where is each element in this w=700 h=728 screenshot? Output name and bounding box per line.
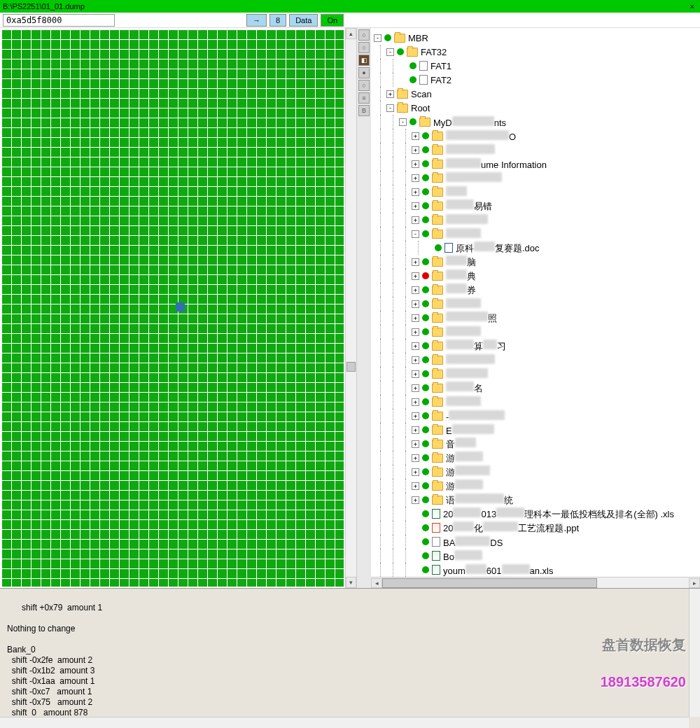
tree-node[interactable]: +-: [374, 409, 700, 423]
scroll-thumb[interactable]: [346, 362, 356, 372]
collapse-icon[interactable]: -: [374, 34, 382, 42]
side-icon-4[interactable]: ○: [358, 80, 370, 91]
expand-icon[interactable]: +: [412, 216, 419, 224]
tree-node[interactable]: 原科复赛题.doc: [374, 241, 700, 255]
tree-node[interactable]: +: [374, 297, 700, 311]
expand-icon[interactable]: +: [412, 468, 419, 476]
expand-icon[interactable]: +: [412, 174, 419, 182]
tree-node[interactable]: +: [374, 367, 700, 381]
expand-icon[interactable]: +: [412, 132, 419, 140]
scroll-up-icon[interactable]: ▴: [346, 28, 356, 39]
expand-icon[interactable]: +: [412, 412, 419, 420]
side-icon-0[interactable]: ○: [358, 29, 370, 41]
expand-icon[interactable]: +: [412, 202, 419, 210]
tree-node[interactable]: +游: [374, 465, 700, 479]
grid-vscrollbar[interactable]: ▴ ▾: [345, 28, 356, 588]
side-icon-2[interactable]: ◧: [358, 55, 370, 66]
tree-node[interactable]: +O: [374, 129, 700, 143]
tree-node[interactable]: +典: [374, 269, 700, 283]
expand-icon[interactable]: +: [412, 454, 419, 462]
expand-icon[interactable]: +: [412, 384, 419, 392]
expand-icon[interactable]: +: [412, 188, 419, 196]
tree-node[interactable]: +E: [374, 423, 700, 437]
expand-icon[interactable]: +: [412, 314, 419, 322]
collapse-icon[interactable]: -: [386, 104, 394, 112]
tree-hscrollbar[interactable]: ◂ ▸: [371, 577, 700, 588]
expand-icon[interactable]: +: [412, 482, 419, 490]
width-button[interactable]: 8: [270, 14, 286, 27]
block-grid[interactable]: [1, 29, 344, 587]
collapse-icon[interactable]: -: [399, 118, 407, 126]
tree-node[interactable]: Bo: [374, 549, 700, 563]
expand-icon[interactable]: +: [412, 272, 419, 280]
tree-node[interactable]: -: [374, 227, 700, 241]
tree-node[interactable]: +脑: [374, 255, 700, 269]
tree-node[interactable]: +游: [374, 451, 700, 465]
side-icon-1[interactable]: ○: [358, 42, 370, 53]
tree-node[interactable]: youm601an.xls: [374, 563, 700, 577]
expand-icon[interactable]: +: [412, 440, 419, 448]
expand-icon[interactable]: +: [412, 160, 419, 168]
tree-node[interactable]: +ume Information: [374, 157, 700, 171]
tree-node[interactable]: +Scan: [374, 87, 700, 101]
xls-file-icon: [432, 509, 440, 519]
folder-icon: [407, 48, 418, 57]
side-icon-5[interactable]: ≡: [358, 92, 370, 104]
expand-icon[interactable]: +: [412, 496, 419, 504]
tree-node[interactable]: +算习: [374, 339, 700, 353]
data-button[interactable]: Data: [289, 14, 318, 27]
tree-node[interactable]: FAT1: [374, 59, 700, 73]
tree-node[interactable]: 20013理科本一最低投档线及排名(全部) .xls: [374, 507, 700, 521]
tree-node[interactable]: +券: [374, 283, 700, 297]
expand-icon[interactable]: +: [412, 146, 419, 154]
on-button[interactable]: On: [321, 14, 344, 27]
expand-icon[interactable]: +: [386, 90, 394, 98]
expand-icon[interactable]: +: [412, 300, 419, 308]
collapse-icon[interactable]: -: [386, 48, 394, 56]
tree-node[interactable]: -MyDnts: [374, 115, 700, 129]
hscroll-left-icon[interactable]: ◂: [371, 578, 382, 588]
tree-node[interactable]: +: [374, 213, 700, 227]
tree-node[interactable]: -FAT32: [374, 45, 700, 59]
scroll-track[interactable]: [346, 39, 356, 577]
hscroll-thumb[interactable]: [382, 578, 597, 588]
expand-icon[interactable]: +: [412, 328, 419, 336]
tree-node[interactable]: +: [374, 325, 700, 339]
tree-node[interactable]: +: [374, 353, 700, 367]
tree-node[interactable]: +游: [374, 479, 700, 493]
file-tree[interactable]: -MBR-FAT32FAT1FAT2+Scan-Root-MyDnts+O++u…: [371, 28, 700, 577]
scroll-down-icon[interactable]: ▾: [346, 577, 356, 588]
collapse-icon[interactable]: -: [412, 230, 419, 238]
expand-icon[interactable]: +: [412, 370, 419, 378]
log-hscrollbar[interactable]: [0, 717, 689, 728]
tree-node[interactable]: +名: [374, 381, 700, 395]
expand-icon[interactable]: +: [412, 258, 419, 266]
hscroll-right-icon[interactable]: ▸: [689, 578, 700, 588]
tree-node[interactable]: +: [374, 185, 700, 199]
tree-node[interactable]: +: [374, 143, 700, 157]
tree-node[interactable]: +照: [374, 311, 700, 325]
close-icon[interactable]: ×: [687, 2, 697, 11]
tree-node[interactable]: -MBR: [374, 31, 700, 45]
expand-icon[interactable]: +: [412, 286, 419, 294]
tree-node[interactable]: +: [374, 395, 700, 409]
tree-node[interactable]: +音: [374, 437, 700, 451]
go-button[interactable]: →: [246, 14, 267, 27]
tree-node[interactable]: BADS: [374, 535, 700, 549]
tree-node[interactable]: FAT2: [374, 73, 700, 87]
tree-node[interactable]: +: [374, 171, 700, 185]
address-input[interactable]: [3, 14, 115, 27]
log-vscrollbar[interactable]: [689, 589, 700, 717]
tree-node[interactable]: +语统: [374, 493, 700, 507]
side-icon-3[interactable]: ●: [358, 67, 370, 78]
tree-indent: [399, 507, 412, 521]
tree-indent: [386, 521, 399, 535]
expand-icon[interactable]: +: [412, 356, 419, 364]
tree-node[interactable]: 20化工艺流程题.ppt: [374, 521, 700, 535]
side-icon-6[interactable]: B: [358, 105, 370, 116]
tree-node[interactable]: -Root: [374, 101, 700, 115]
expand-icon[interactable]: +: [412, 426, 419, 434]
expand-icon[interactable]: +: [412, 342, 419, 350]
expand-icon[interactable]: +: [412, 398, 419, 406]
tree-node[interactable]: +易错: [374, 199, 700, 213]
